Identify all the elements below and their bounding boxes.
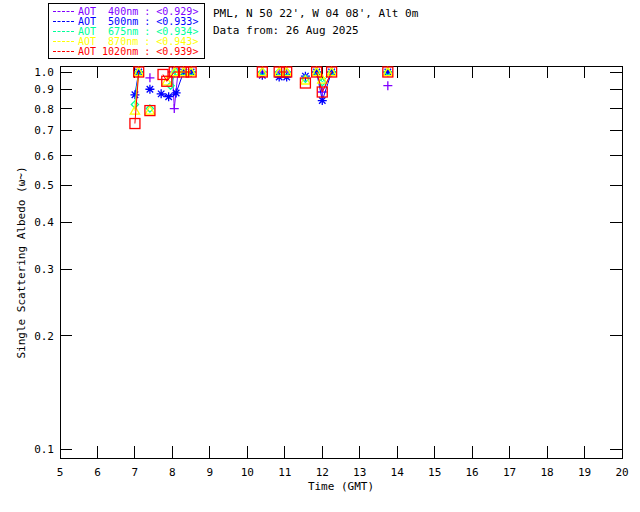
legend-item: AOT 400nm : <0.929> (53, 6, 204, 16)
legend-item-label: AOT 1020nm : <0.939> (78, 46, 198, 57)
x-tick-label: 5 (57, 466, 64, 479)
y-tick-label: 0.7 (34, 124, 54, 137)
legend-dash-sample (53, 11, 74, 12)
x-tick-label: 12 (316, 466, 329, 479)
plot-frame (60, 66, 622, 458)
y-tick-label: 0.5 (34, 179, 54, 192)
legend: AOT 400nm : <0.929>AOT 500nm : <0.933>AO… (48, 3, 205, 59)
legend-item: AOT 500nm : <0.933> (53, 16, 204, 26)
ssa-chart-canvas: 5678910111213141516171819201.00.90.80.70… (0, 0, 640, 512)
x-tick-label: 14 (391, 466, 405, 479)
x-tick-label: 17 (503, 466, 516, 479)
x-tick-label: 10 (241, 466, 254, 479)
plus-marker (145, 73, 154, 82)
x-tick-label: 15 (428, 466, 441, 479)
y-tick-label: 1.0 (34, 66, 54, 79)
legend-item: AOT 870nm : <0.943> (53, 37, 204, 47)
x-tick-label: 20 (615, 466, 628, 479)
y-tick-label: 0.8 (34, 103, 54, 116)
y-tick-label: 0.9 (34, 83, 54, 96)
legend-dash-sample (53, 41, 74, 42)
asterisk-marker (172, 88, 181, 97)
legend-item: AOT 675nm : <0.934> (53, 26, 204, 36)
asterisk-marker (130, 90, 139, 99)
legend-item: AOT 1020nm : <0.939> (53, 47, 204, 57)
y-tick-label: 0.4 (34, 216, 54, 229)
asterisk-marker (145, 85, 154, 94)
y-axis-title: Single Scattering Albedo (ω~) (15, 163, 28, 363)
x-tick-label: 18 (540, 466, 553, 479)
x-axis-title: Time (GMT) (261, 480, 421, 493)
x-tick-label: 9 (207, 466, 214, 479)
y-tick-label: 0.3 (34, 263, 54, 276)
x-tick-label: 7 (132, 466, 139, 479)
x-tick-label: 13 (353, 466, 366, 479)
legend-dash-sample (53, 21, 74, 22)
data-date-text: Data from: 26 Aug 2025 (213, 24, 359, 37)
x-tick-label: 19 (578, 466, 591, 479)
y-tick-label: 0.6 (34, 150, 54, 163)
plus-marker (170, 104, 179, 113)
plus-marker (383, 81, 392, 90)
x-tick-label: 6 (94, 466, 101, 479)
legend-dash-sample (53, 51, 74, 52)
x-tick-label: 11 (278, 466, 291, 479)
ssa-plot-page: 5678910111213141516171819201.00.90.80.70… (0, 0, 640, 512)
y-tick-label: 0.1 (34, 443, 54, 456)
x-tick-label: 8 (169, 466, 176, 479)
station-location-text: PML, N 50 22', W 04 08', Alt 0m (213, 7, 418, 20)
y-tick-label: 0.2 (34, 330, 54, 343)
legend-dash-sample (53, 31, 74, 32)
x-tick-label: 16 (466, 466, 479, 479)
